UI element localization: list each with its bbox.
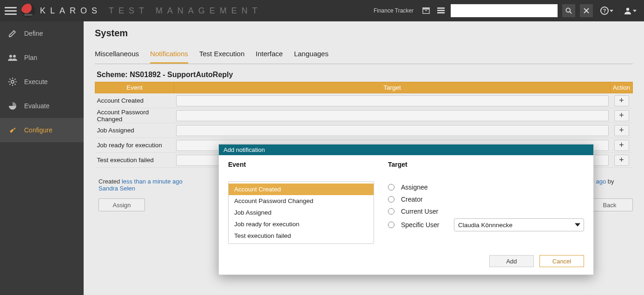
search-icon	[565, 7, 572, 14]
help-icon: ?	[600, 7, 609, 15]
tabs: Miscellaneous Notifications Test Executi…	[95, 47, 633, 64]
edit-icon	[7, 28, 18, 39]
sidebar-item-label: Configure	[24, 126, 53, 134]
radio-label: Creator	[401, 196, 423, 203]
action-cell: +	[611, 153, 633, 168]
col-action: Action	[611, 82, 633, 93]
svg-point-12	[626, 8, 629, 11]
chevron-down-icon	[633, 10, 637, 12]
radio-label: Current User	[401, 208, 438, 215]
target-input[interactable]	[176, 125, 609, 136]
svg-rect-5	[437, 12, 445, 13]
radio-specific-user[interactable]	[388, 222, 394, 228]
dialog-cancel-button[interactable]: Cancel	[539, 255, 584, 267]
user-menu[interactable]	[621, 7, 639, 15]
svg-rect-3	[437, 7, 445, 9]
target-option-creator[interactable]: Creator	[388, 193, 584, 205]
tab-miscellaneous[interactable]: Miscellaneous	[95, 47, 139, 64]
add-row-button[interactable]: +	[614, 110, 629, 121]
brand: KLAROS TEST MANAGEMENT	[40, 6, 262, 16]
tab-test-execution[interactable]: Test Execution	[199, 47, 245, 64]
menu-toggle[interactable]	[5, 5, 17, 17]
add-row-button[interactable]: +	[614, 155, 629, 166]
event-option[interactable]: Account Created	[229, 184, 374, 195]
plus-icon: +	[619, 96, 624, 105]
event-cell: Account Created	[95, 93, 174, 108]
project-name: Finance Tracker	[374, 7, 414, 14]
svg-line-21	[14, 84, 15, 85]
action-cell: +	[611, 123, 633, 138]
svg-line-7	[570, 12, 572, 13]
brand-sub: TEST MANAGEMENT	[109, 6, 262, 16]
wrench-icon	[7, 125, 18, 135]
add-row-button[interactable]: +	[614, 95, 629, 106]
sidebar: Define Plan Execute Evaluate Configure	[0, 21, 84, 295]
sidebar-item-execute[interactable]: Execute	[0, 70, 84, 94]
action-cell: +	[611, 138, 633, 153]
radio-creator[interactable]	[388, 196, 394, 203]
sidebar-item-label: Execute	[24, 78, 48, 85]
audit-created-time[interactable]: less than a minute ago	[122, 178, 183, 185]
action-cell: +	[611, 93, 633, 108]
plus-icon: +	[619, 155, 624, 165]
search-button[interactable]	[562, 4, 575, 17]
plus-icon: +	[619, 140, 624, 150]
close-icon	[584, 8, 589, 13]
people-icon	[7, 52, 18, 63]
svg-rect-1	[423, 9, 429, 13]
scheme-title: Scheme: NS01892 - SupportAutoReply	[97, 71, 633, 79]
search-clear-button[interactable]	[580, 4, 593, 17]
sidebar-item-define[interactable]: Define	[0, 21, 84, 46]
svg-rect-2	[425, 10, 427, 11]
radio-current-user[interactable]	[388, 208, 394, 215]
event-option[interactable]: Account Password Changed	[229, 195, 374, 207]
plus-icon: +	[619, 111, 624, 120]
sidebar-item-label: Evaluate	[24, 102, 49, 110]
target-input[interactable]	[176, 95, 609, 106]
event-cell: Job ready for execution	[95, 138, 174, 153]
svg-rect-4	[437, 10, 445, 11]
table-row: Job Assigned+	[95, 123, 633, 138]
col-target: Target	[174, 82, 611, 93]
event-option[interactable]: Job Assigned	[229, 207, 374, 218]
target-input[interactable]	[176, 110, 609, 121]
sidebar-item-plan[interactable]: Plan	[0, 46, 84, 70]
list-icon[interactable]	[436, 6, 446, 16]
target-option-current-user[interactable]: Current User	[388, 205, 584, 217]
event-cell: Test execution failed	[95, 153, 174, 168]
archive-icon[interactable]	[421, 6, 431, 16]
specific-user-select[interactable]: Claudia Könnnecke	[454, 218, 584, 231]
chart-icon	[7, 101, 18, 111]
sidebar-item-label: Define	[24, 30, 43, 37]
event-listbox[interactable]: Account CreatedAccount Password ChangedJ…	[228, 181, 374, 244]
add-row-button[interactable]: +	[614, 125, 629, 136]
tab-interface[interactable]: Interface	[256, 47, 283, 64]
svg-line-23	[10, 84, 11, 85]
brand-name: KLAROS	[40, 6, 102, 16]
topbar: KLAROS TEST MANAGEMENT Finance Tracker	[0, 0, 644, 21]
sidebar-item-configure[interactable]: Configure	[0, 118, 84, 142]
tab-languages[interactable]: Languages	[294, 47, 329, 64]
radio-assignee[interactable]	[388, 184, 394, 190]
audit-by: by	[606, 178, 614, 185]
audit-user[interactable]: Sandra Selen	[99, 185, 135, 192]
dialog-title: Add notification	[219, 144, 593, 155]
dialog-add-button[interactable]: Add	[489, 255, 534, 267]
global-search	[451, 4, 558, 17]
help-menu[interactable]: ?	[598, 7, 616, 15]
search-input[interactable]	[451, 4, 558, 17]
add-row-button[interactable]: +	[614, 140, 629, 151]
page-title: System	[95, 28, 633, 39]
target-cell	[174, 123, 611, 138]
target-option-assignee[interactable]: Assignee	[388, 181, 584, 193]
assign-button[interactable]: Assign	[99, 198, 145, 211]
tab-notifications[interactable]: Notifications	[150, 47, 188, 64]
svg-text:?: ?	[603, 8, 606, 13]
action-cell: +	[611, 108, 633, 123]
table-row: Account Password Changed+	[95, 108, 633, 123]
sidebar-item-evaluate[interactable]: Evaluate	[0, 94, 84, 118]
event-cell: Job Assigned	[95, 123, 174, 138]
event-option[interactable]: Job ready for execution	[229, 218, 374, 230]
audit-created-prefix: Created	[99, 178, 122, 185]
event-option[interactable]: Test execution failed	[229, 230, 374, 242]
